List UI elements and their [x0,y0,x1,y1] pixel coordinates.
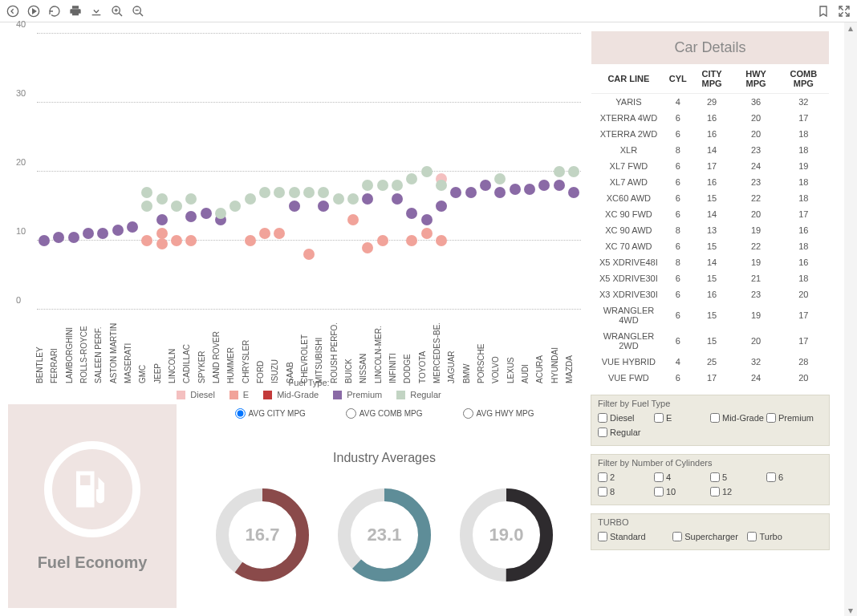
zoom-out-icon[interactable] [132,5,144,18]
refresh-icon[interactable] [48,5,61,18]
table-row[interactable]: XL7 AWD6162318 [591,174,829,190]
data-point[interactable] [494,173,506,184]
table-row[interactable]: X3 XDRIVE30I6162320 [591,286,829,302]
data-point[interactable] [171,201,182,212]
data-point[interactable] [289,201,300,212]
table-row[interactable]: XC60 AWD6152218 [591,190,829,206]
data-point[interactable] [347,193,359,205]
data-point[interactable] [568,166,579,177]
data-point[interactable] [156,193,168,205]
table-row[interactable]: XC 70 AWD6152218 [591,238,829,254]
data-point[interactable] [421,228,433,239]
data-point[interactable] [185,235,197,246]
data-point[interactable] [406,173,417,184]
table-row[interactable]: WRANGLER 2WD6152017 [591,328,829,354]
data-point[interactable] [156,228,168,239]
data-point[interactable] [377,235,388,246]
data-point[interactable] [568,187,579,198]
data-point[interactable] [215,208,226,219]
data-point[interactable] [289,187,300,198]
data-point[interactable] [333,193,344,205]
data-point[interactable] [303,187,315,198]
data-point[interactable] [318,187,329,198]
data-point[interactable] [494,187,506,198]
data-point[interactable] [421,214,433,225]
data-point[interactable] [406,235,417,246]
scroll-down-icon[interactable]: ▾ [844,605,857,616]
data-point[interactable] [392,180,403,191]
filter-checkbox[interactable]: Premium [766,413,822,423]
collapse-icon[interactable] [838,5,851,18]
filter-checkbox[interactable]: Regular [598,428,654,437]
legend-item[interactable]: Mid-Grade [263,390,319,399]
filter-checkbox[interactable]: Supercharger [672,532,747,541]
filter-checkbox[interactable]: 10 [654,487,710,496]
data-point[interactable] [83,228,94,239]
table-row[interactable]: XC 90 FWD6142017 [591,206,829,222]
checkbox-input[interactable] [654,487,664,496]
table-row[interactable]: XTERRA 4WD6162017 [591,110,829,126]
checkbox-input[interactable] [710,487,720,496]
play-icon[interactable] [27,5,40,18]
table-row[interactable]: WRANGLER 4WD6151917 [591,302,829,328]
data-point[interactable] [480,180,491,191]
table-header[interactable]: CITY MPG [690,64,734,94]
checkbox-input[interactable] [766,472,776,482]
checkbox-input[interactable] [598,413,607,423]
data-point[interactable] [201,208,212,219]
zoom-in-icon[interactable] [111,5,124,18]
table-row[interactable]: XTERRA 2WD6162018 [591,126,829,142]
data-point[interactable] [392,193,403,205]
data-point[interactable] [259,228,270,239]
filter-checkbox[interactable]: E [654,413,710,423]
table-header[interactable]: COMB MPG [778,64,829,94]
data-point[interactable] [406,208,417,219]
data-point[interactable] [436,180,447,191]
data-point[interactable] [112,225,124,236]
table-row[interactable]: VUE FWD6172420 [591,370,829,386]
checkbox-input[interactable] [654,413,664,423]
data-point[interactable] [450,187,461,198]
scroll-up-icon[interactable]: ▴ [844,22,857,34]
data-point[interactable] [141,187,152,198]
data-point[interactable] [274,187,285,198]
data-point[interactable] [303,249,315,260]
data-point[interactable] [185,193,197,205]
table-row[interactable]: XC 90 AWD8131916 [591,222,829,238]
back-icon[interactable] [6,5,19,18]
data-point[interactable] [421,166,433,177]
table-row[interactable]: YARIS4293632 [591,94,829,111]
legend-item[interactable]: Diesel [177,390,215,399]
radio-input[interactable] [346,408,356,419]
checkbox-input[interactable] [766,413,776,423]
table-row[interactable]: XL7 FWD6172419 [591,158,829,174]
data-point[interactable] [156,214,168,225]
data-point[interactable] [141,235,152,246]
data-point[interactable] [39,235,50,246]
metric-radio[interactable]: AVG HWY MPG [463,408,534,419]
bookmark-icon[interactable] [817,5,830,18]
data-point[interactable] [465,187,477,198]
data-point[interactable] [274,228,285,239]
legend-item[interactable]: E [229,390,249,399]
metric-radio[interactable]: AVG COMB MPG [346,408,423,419]
data-point[interactable] [97,228,108,239]
radio-input[interactable] [235,408,246,419]
checkbox-input[interactable] [598,472,607,482]
data-point[interactable] [436,201,447,212]
filter-checkbox[interactable]: 12 [710,487,766,496]
checkbox-input[interactable] [672,532,682,541]
checkbox-input[interactable] [747,532,757,541]
print-icon[interactable] [69,5,82,18]
checkbox-input[interactable] [598,487,607,496]
data-point[interactable] [436,235,447,246]
legend-item[interactable]: Premium [333,390,382,399]
data-point[interactable] [141,201,152,212]
checkbox-input[interactable] [710,413,720,423]
filter-checkbox[interactable]: Turbo [747,532,822,541]
data-point[interactable] [245,235,256,246]
data-point[interactable] [127,221,138,233]
filter-checkbox[interactable]: Diesel [598,413,654,423]
data-point[interactable] [185,211,197,222]
data-point[interactable] [259,187,270,198]
